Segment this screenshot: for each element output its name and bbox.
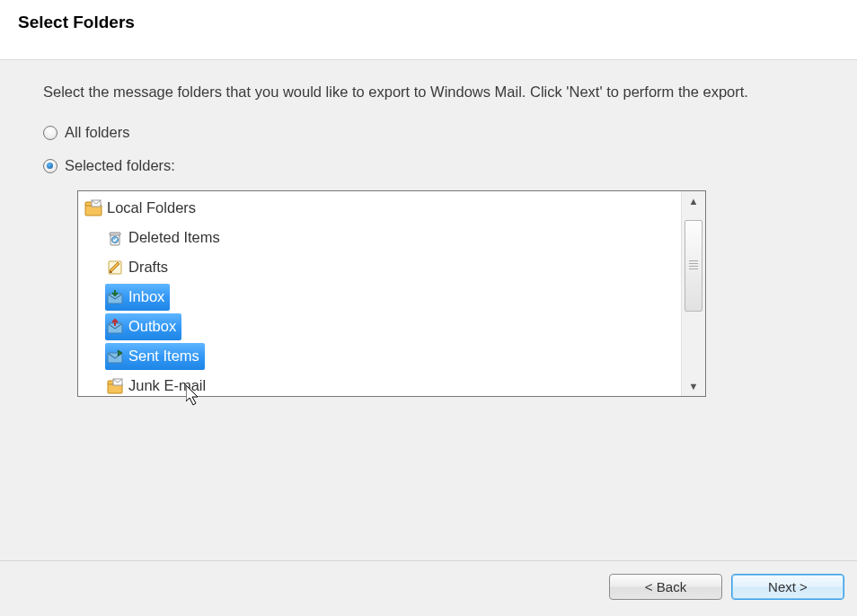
back-button[interactable]: < Back [609,574,722,600]
radio-icon [43,159,57,173]
tree-item-label: Drafts [128,259,168,276]
inbox-icon [105,287,125,307]
radio-all-folders[interactable]: All folders [43,124,814,141]
tree-root-label: Local Folders [107,199,196,216]
dialog-header: Select Folders [0,0,857,59]
radio-icon [43,126,57,140]
tree-root-local-folders[interactable]: Local Folders [78,193,682,223]
trash-icon [105,228,125,248]
drafts-icon [105,258,125,277]
vertical-scrollbar[interactable]: ▲ ▼ [681,191,705,396]
tree-item-label: Outbox [128,318,176,335]
dialog-title: Select Folders [18,13,839,32]
folder-tree-viewport: Local Folders [78,191,682,396]
tree-item-deleted[interactable]: Deleted Items [78,223,682,252]
scroll-track[interactable] [682,211,705,376]
radio-all-label: All folders [65,124,129,141]
dialog-footer: < Back Next > [0,560,857,616]
instruction-text: Select the message folders that you woul… [43,82,814,102]
svg-marker-13 [186,385,198,405]
sent-icon [105,347,125,366]
tree-item-label: Inbox [128,288,164,305]
tree-item-sent[interactable]: Sent Items [78,341,682,371]
tree-item-inbox[interactable]: Inbox [78,282,682,312]
next-button[interactable]: Next > [731,574,844,600]
radio-selected-folders[interactable]: Selected folders: [43,157,814,174]
folder-tree[interactable]: Local Folders [77,190,706,397]
tree-item-junk[interactable]: Junk E-mail [78,371,682,396]
junk-icon [105,376,125,396]
svg-rect-4 [110,233,120,235]
mouse-cursor-icon [186,385,204,409]
tree-item-label: Deleted Items [128,229,220,246]
outbox-icon [105,317,125,337]
tree-item-drafts[interactable]: Drafts [78,252,682,282]
tree-item-label: Sent Items [128,348,199,365]
scroll-thumb[interactable] [685,220,702,312]
dialog-content: Select the message folders that you woul… [0,60,857,560]
root-folder-icon [84,198,103,218]
scroll-down-arrow-icon[interactable]: ▼ [682,376,705,396]
radio-selected-label: Selected folders: [65,157,175,174]
export-wizard-dialog: Select Folders Select the message folder… [0,0,857,616]
scroll-up-arrow-icon[interactable]: ▲ [682,191,705,211]
tree-item-outbox[interactable]: Outbox [78,312,682,341]
